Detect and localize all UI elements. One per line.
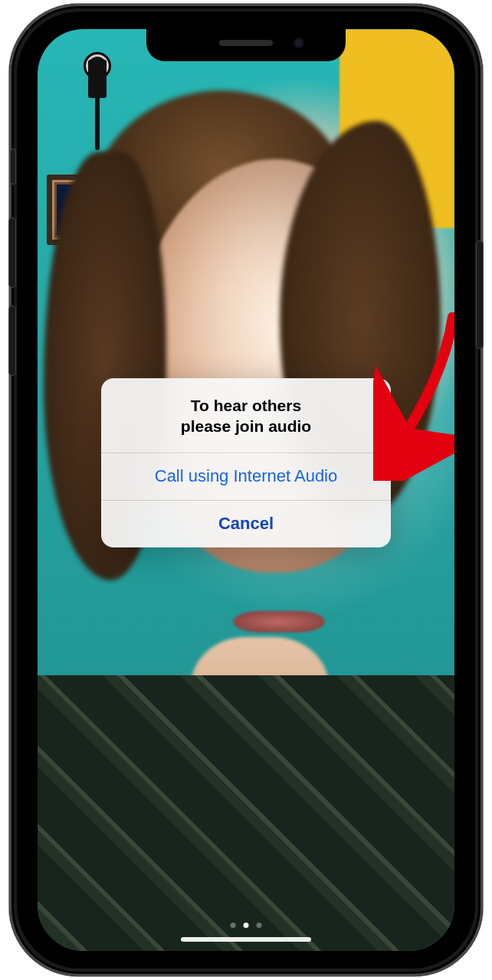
call-internet-audio-button[interactable]: Call using Internet Audio — [101, 452, 391, 500]
home-indicator[interactable] — [181, 937, 311, 942]
volume-up-button — [9, 218, 15, 287]
volume-down-button — [9, 306, 15, 375]
page-dot — [231, 923, 236, 928]
page-indicator — [231, 923, 262, 928]
screen: To hear others please join audio Call us… — [38, 29, 454, 951]
iphone-frame: To hear others please join audio Call us… — [9, 4, 483, 976]
dialog-message-line: please join audio — [181, 417, 311, 435]
side-button — [477, 241, 483, 348]
device-bezel: To hear others please join audio Call us… — [17, 11, 475, 969]
dialog-message-line: To hear others — [191, 397, 301, 414]
front-camera — [294, 38, 304, 48]
cancel-button[interactable]: Cancel — [101, 500, 391, 547]
notch — [146, 29, 346, 61]
page-dot — [257, 923, 262, 928]
mute-switch — [11, 149, 15, 184]
join-audio-dialog: To hear others please join audio Call us… — [101, 378, 391, 547]
lips-shape — [233, 611, 325, 632]
page-dot — [244, 923, 249, 928]
speaker-grille — [219, 40, 273, 46]
dialog-message: To hear others please join audio — [101, 378, 391, 452]
shirt-shape — [38, 675, 454, 951]
wall-clock — [84, 38, 114, 153]
